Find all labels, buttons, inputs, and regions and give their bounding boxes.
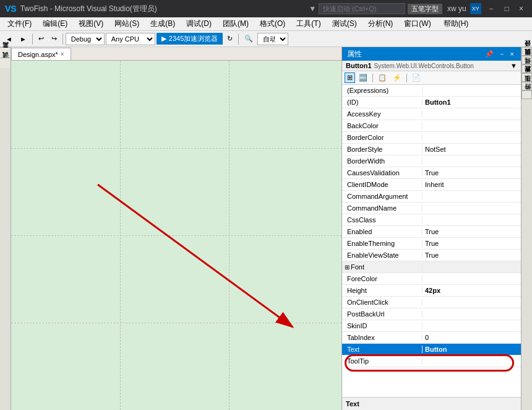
minimize-button[interactable]: － — [484, 2, 499, 15]
props-row-tooltip: ToolTip — [342, 355, 521, 367]
prop-name-enabled: Enabled — [342, 228, 423, 235]
menu-view[interactable]: 视图(V) — [74, 17, 108, 30]
menu-analyze[interactable]: 分析(N) — [363, 17, 398, 30]
right-tab-3[interactable]: 属性 — [521, 64, 532, 73]
grid-v-1 — [120, 61, 121, 410]
props-dropdown-icon[interactable]: ▼ — [510, 62, 517, 69]
props-row-tabindex: TabIndex 0 — [342, 332, 521, 344]
menu-bar: 文件(F) 编辑(E) 视图(V) 网站(S) 生成(B) 调试(D) 团队(M… — [0, 17, 532, 31]
editor-area: Design.aspx* × — [11, 47, 341, 410]
props-minimize-btn[interactable]: － — [497, 50, 507, 59]
props-row-bordercolor: BorderColor — [342, 132, 521, 144]
props-row-text[interactable]: Text Button — [342, 344, 521, 355]
props-row-forecolor: ForeColor — [342, 273, 521, 285]
auto-select[interactable]: 自动 — [257, 33, 288, 45]
svg-line-1 — [98, 185, 293, 327]
menu-edit[interactable]: 编辑(E) — [38, 17, 72, 30]
props-footer-label: Text — [346, 400, 359, 408]
prop-name-backcolor: BackColor — [342, 122, 423, 129]
props-row-enabletheming: EnableTheming True — [342, 238, 521, 250]
prop-name-postbackurl: PostBackUrl — [342, 310, 423, 318]
prop-name-expressions: (Expressions) — [342, 87, 423, 94]
tab-close-btn[interactable]: × — [61, 51, 64, 58]
prop-name-text: Text — [342, 346, 423, 353]
prop-value-causesvalidation: True — [423, 169, 441, 177]
props-row-enableviewstate: EnableViewState True — [342, 250, 521, 261]
props-events-btn[interactable]: ⚡ — [390, 72, 404, 83]
maximize-button[interactable]: □ — [501, 3, 513, 14]
toolbar-sep-1 — [32, 33, 33, 45]
run-button[interactable]: ▶ 2345加速浏览器 — [157, 33, 223, 45]
menu-test[interactable]: 测试(S) — [327, 17, 362, 30]
prop-name-tooltip: ToolTip — [342, 357, 423, 365]
menu-build[interactable]: 生成(B) — [145, 17, 180, 30]
menu-file[interactable]: 文件(F) — [2, 17, 36, 30]
menu-help[interactable]: 帮助(H) — [439, 17, 474, 30]
props-close-btn[interactable]: × — [508, 50, 516, 59]
props-row-clientidmode: ClientIDMode Inherit — [342, 179, 521, 191]
props-panel-header: 属性 📌 － × — [342, 47, 521, 61]
right-tab-2[interactable]: 团队资源 — [521, 56, 532, 64]
cpu-select[interactable]: Any CPU — [106, 33, 155, 45]
prop-value-id[interactable]: Button1 — [423, 98, 453, 106]
menu-tools[interactable]: 工具(T) — [291, 17, 325, 30]
prop-name-font: ⊞Font — [342, 263, 423, 271]
props-row-borderwidth: BorderWidth — [342, 155, 521, 167]
right-tab-5[interactable]: 工作项 — [521, 82, 532, 90]
props-row-causesvalidation: CausesValidation True — [342, 167, 521, 179]
menu-website[interactable]: 网站(S) — [109, 17, 144, 30]
props-pages-btn[interactable]: 📄 — [410, 72, 423, 83]
props-row-skinid: SkinID — [342, 320, 521, 332]
toolbar-redo-btn[interactable]: ↪ — [48, 33, 60, 45]
props-categorize-btn[interactable]: ⊞ — [345, 72, 355, 83]
props-row-cssclass: CssClass — [342, 214, 521, 226]
props-props-btn[interactable]: 📋 — [375, 72, 389, 83]
prop-name-id: (ID) — [342, 98, 423, 106]
right-tab-4[interactable]: 解决方案 — [521, 73, 532, 82]
props-alpha-btn[interactable]: 🔤 — [356, 72, 370, 83]
props-row-commandname: CommandName — [342, 203, 521, 214]
prop-name-cssclass: CssClass — [342, 216, 423, 224]
design-canvas[interactable] — [11, 61, 341, 410]
title-bar-right: ▼ 五笔字型 xw yu XY － □ × — [309, 2, 527, 15]
menu-format[interactable]: 格式(O) — [255, 17, 290, 30]
props-row-postbackurl: PostBackUrl — [342, 308, 521, 320]
toolbar-sep-2 — [62, 33, 63, 45]
props-pin-btn[interactable]: 📌 — [483, 50, 496, 59]
props-component-name: Button1 — [346, 62, 372, 69]
grid-h-1 — [11, 148, 341, 149]
menu-window[interactable]: 窗口(W) — [399, 17, 435, 30]
toolbar: ◄ ► ↩ ↪ Debug Any CPU ▶ 2345加速浏览器 ↻ 🔍 自动 — [0, 31, 532, 47]
prop-name-bordercolor: BorderColor — [342, 134, 423, 141]
grid-v-2 — [229, 61, 230, 410]
close-button[interactable]: × — [515, 3, 527, 14]
design-tab[interactable]: Design.aspx* × — [11, 48, 71, 60]
debug-tab[interactable]: 调试 — [0, 58, 11, 68]
menu-team[interactable]: 团队(M) — [218, 17, 254, 30]
window-title: TwoFish - Microsoft Visual Studio(管理员) — [20, 4, 157, 14]
run-icon: ▶ — [161, 35, 166, 43]
prop-value-text: Button — [423, 346, 449, 353]
right-tab-1[interactable]: 设计师 — [521, 47, 532, 56]
toolbar-fwd-btn[interactable]: ► — [17, 33, 30, 45]
toolbar-sep-3 — [238, 33, 239, 45]
right-tab-6[interactable]: 附件 — [521, 90, 532, 99]
quick-launch-input[interactable] — [319, 3, 405, 14]
filter-icon: ▼ — [309, 4, 316, 13]
prop-value-clientidmode: Inherit — [423, 181, 447, 188]
wubi-button[interactable]: 五笔字型 — [408, 4, 442, 14]
toolbar-search-btn[interactable]: 🔍 — [241, 33, 256, 45]
menu-debug[interactable]: 调试(D) — [181, 17, 217, 30]
toolbox-tab[interactable]: 工具箱 — [0, 47, 11, 58]
grid-h-2 — [11, 235, 341, 236]
toolbar-back-btn[interactable]: ◄ — [2, 33, 15, 45]
toolbar-refresh-btn[interactable]: ↻ — [224, 33, 236, 45]
debug-mode-select[interactable]: Debug — [66, 33, 105, 45]
props-header-buttons: 📌 － × — [483, 50, 516, 59]
tab-label: Design.aspx* — [18, 51, 58, 58]
prop-name-skinid: SkinID — [342, 322, 423, 329]
title-bar: VS TwoFish - Microsoft Visual Studio(管理员… — [0, 0, 532, 17]
toolbar-undo-btn[interactable]: ↩ — [35, 33, 47, 45]
props-table: (Expressions) (ID) Button1 AccessKey Bac… — [342, 85, 521, 397]
prop-value-enabletheming: True — [423, 240, 441, 247]
